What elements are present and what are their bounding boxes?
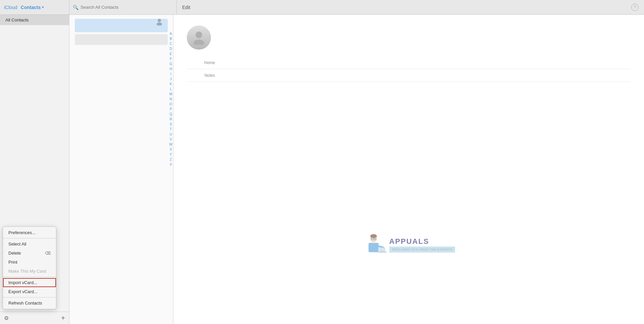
alpha-letter-#[interactable]: # xyxy=(169,162,172,167)
svg-line-10 xyxy=(378,246,383,248)
alpha-letter-n[interactable]: N xyxy=(169,97,172,102)
search-area: 🔍 xyxy=(69,0,177,14)
alpha-letter-y[interactable]: Y xyxy=(169,152,172,157)
alpha-letter-x[interactable]: X xyxy=(169,147,172,152)
menu-item-refresh-contacts[interactable]: Refresh Contacts xyxy=(3,299,56,308)
alpha-letter-f[interactable]: F xyxy=(169,57,172,61)
alpha-letter-s[interactable]: S xyxy=(169,122,172,127)
alpha-letter-r[interactable]: R xyxy=(169,117,172,122)
app-title-area: iCloud Contacts ▾ xyxy=(0,0,69,14)
alpha-letter-g[interactable]: G xyxy=(169,62,172,66)
alpha-letter-t[interactable]: T xyxy=(169,127,172,132)
svg-point-1 xyxy=(157,22,162,25)
menu-separator-2 xyxy=(3,277,56,277)
contact-item[interactable] xyxy=(75,34,168,45)
watermark-subtitle: TECH HOW-TO'S FROM THE EXPERTS xyxy=(392,248,452,251)
alpha-letter-l[interactable]: L xyxy=(169,87,172,92)
alpha-letter-p[interactable]: P xyxy=(169,107,172,112)
menu-item-make-my-card: Make This My Card xyxy=(3,267,56,276)
alpha-letter-u[interactable]: U xyxy=(169,132,172,137)
menu-item-import-vcard[interactable]: Import vCard... xyxy=(3,278,56,287)
svg-rect-11 xyxy=(379,248,385,252)
alpha-letter-j[interactable]: J xyxy=(169,77,172,82)
alpha-letter-m[interactable]: M xyxy=(169,92,172,97)
menu-item-export-vcard[interactable]: Export vCard... xyxy=(3,287,56,296)
alpha-letter-v[interactable]: V xyxy=(169,137,172,142)
alpha-letter-q[interactable]: Q xyxy=(169,112,172,117)
watermark-subtitle-bg: TECH HOW-TO'S FROM THE EXPERTS xyxy=(389,247,455,253)
separator xyxy=(19,5,20,10)
search-input[interactable] xyxy=(80,5,173,10)
alpha-letter-c[interactable]: C xyxy=(169,42,172,46)
contact-avatar xyxy=(187,25,211,50)
alphabet-nav: ABCDEFGHIJKLMNOPQRSTUVWXYZ# xyxy=(169,32,172,167)
alpha-letter-w[interactable]: W xyxy=(169,142,172,147)
svg-point-2 xyxy=(196,32,202,38)
menu-item-print[interactable]: Print xyxy=(3,258,56,267)
svg-point-0 xyxy=(158,19,161,22)
svg-rect-4 xyxy=(368,243,378,252)
alpha-letter-k[interactable]: K xyxy=(169,82,172,87)
help-button[interactable]: ? xyxy=(631,4,639,11)
detail-panel: Home Notes xyxy=(173,15,644,324)
watermark-title: APPUALS xyxy=(389,237,455,246)
menu-item-preferences[interactable]: Preferences... xyxy=(3,228,56,237)
alpha-letter-h[interactable]: H xyxy=(169,67,172,71)
menu-item-select-all[interactable]: Select All xyxy=(3,239,56,249)
svg-point-6 xyxy=(370,234,377,238)
person-icon-button[interactable] xyxy=(156,18,163,28)
main-layout: All Contacts Preferences... Select All D… xyxy=(0,15,644,324)
edit-label: Edit xyxy=(182,5,190,10)
contact-item-area xyxy=(69,32,173,47)
field-label-notes: Notes xyxy=(187,73,220,78)
menu-item-delete[interactable]: Delete ⌫ xyxy=(3,249,56,258)
add-contact-button[interactable]: + xyxy=(61,315,65,321)
selected-contact-bar[interactable] xyxy=(75,19,168,32)
menu-separator-1 xyxy=(3,238,56,238)
top-bar: iCloud Contacts ▾ 🔍 Edit ? xyxy=(0,0,644,15)
alpha-letter-b[interactable]: B xyxy=(169,37,172,41)
alpha-letter-o[interactable]: O xyxy=(169,102,172,107)
alpha-letter-e[interactable]: E xyxy=(169,52,172,56)
appuals-figure-icon xyxy=(362,233,386,257)
field-label-home: Home xyxy=(187,60,220,65)
avatar-silhouette-icon xyxy=(192,30,206,45)
edit-area: Edit ? xyxy=(177,4,644,11)
watermark-logo: APPUALS TECH HOW-TO'S FROM THE EXPERTS xyxy=(362,233,455,257)
context-menu: Preferences... Select All Delete ⌫ Print… xyxy=(3,226,56,309)
alpha-letter-a[interactable]: A xyxy=(169,32,172,36)
svg-point-3 xyxy=(194,40,204,45)
menu-separator-3 xyxy=(3,297,56,298)
delete-backspace-icon: ⌫ xyxy=(45,251,51,256)
svg-rect-12 xyxy=(378,252,386,253)
contacts-list-panel: ABCDEFGHIJKLMNOPQRSTUVWXYZ# xyxy=(69,15,173,324)
contacts-chevron-icon: ▾ xyxy=(42,5,44,9)
sidebar: All Contacts Preferences... Select All D… xyxy=(0,15,69,324)
icloud-label: iCloud xyxy=(4,5,17,10)
alpha-letter-z[interactable]: Z xyxy=(169,157,172,162)
alpha-letter-d[interactable]: D xyxy=(169,47,172,51)
sidebar-item-all-contacts[interactable]: All Contacts xyxy=(0,15,69,25)
field-row-notes: Notes xyxy=(187,69,631,82)
contacts-label[interactable]: Contacts ▾ xyxy=(21,5,44,10)
field-row-home: Home xyxy=(187,56,631,69)
sidebar-bottom: ⚙ + xyxy=(0,312,69,324)
gear-button[interactable]: ⚙ xyxy=(4,315,9,321)
alpha-letter-i[interactable]: I xyxy=(169,72,172,76)
search-icon: 🔍 xyxy=(73,5,78,10)
